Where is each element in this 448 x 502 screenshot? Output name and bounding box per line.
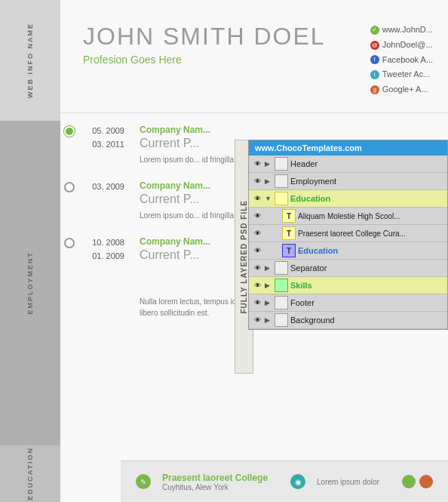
job-end-3: 01. 2009	[83, 250, 124, 263]
job-start-3: 10. 2008	[83, 236, 124, 250]
sidebar-employment-label: EMPLOYMENT	[26, 251, 34, 315]
header-area: JOHN SMITH DOEL Profesion Goes Here ✓ ww…	[60, 0, 448, 113]
bottom-icon-1: ✎	[136, 474, 151, 489]
eye-icon-header[interactable]: 👁	[252, 159, 262, 169]
layer-row-education-text[interactable]: 👁 T Education	[249, 242, 447, 260]
company-name-1: Company Nam...	[140, 125, 433, 135]
contact-google: g Google+ A...	[370, 82, 433, 97]
profession: Profesion Goes Here	[83, 54, 326, 66]
bottom-dots	[402, 475, 433, 488]
contact-website: ✓ www.JohnD...	[370, 23, 433, 38]
twitter-icon: t	[370, 70, 379, 79]
arrow-education-folder[interactable]: ▼	[265, 195, 272, 202]
arrow-employment[interactable]: ▶	[265, 177, 272, 185]
eye-icon-separator[interactable]: 👁	[252, 263, 262, 273]
eye-icon-education-folder[interactable]: 👁	[252, 193, 262, 204]
thumb-text2: T	[282, 226, 296, 240]
arrow-footer[interactable]: ▶	[265, 299, 272, 306]
facebook-text: Facebook A...	[382, 53, 433, 68]
job-start-1: 05. 2009	[83, 125, 124, 138]
google-text: Google+ A...	[382, 82, 428, 97]
layer-name-text2: Praesent laoreet College Cura...	[298, 229, 444, 238]
thumb-footer	[275, 296, 288, 310]
job-dates-3: 10. 2008 01. 2009	[83, 236, 124, 266]
bottom-college-info: Praesent laoreet College Cuyhitus, Alew …	[162, 473, 268, 491]
thumb-employment	[275, 174, 288, 188]
college-location: Cuyhitus, Alew York	[162, 483, 268, 491]
layer-name-footer: Footer	[290, 298, 444, 307]
layer-row-separator[interactable]: 👁 ▶ Separator	[249, 260, 447, 277]
sidebar-education-section: EDUCATION	[0, 445, 60, 502]
timeline-dot-2	[64, 182, 75, 192]
layer-row-employment[interactable]: 👁 ▶ Employment	[249, 173, 447, 190]
sidebar-name-section: NAME WEB INFO	[0, 0, 60, 121]
layer-name-separator: Separator	[290, 263, 444, 273]
job-dates-1: 05. 2009 03. 2011	[83, 125, 124, 165]
layer-name-education-text: Education	[298, 246, 444, 255]
layer-row-text2[interactable]: 👁 T Praesent laoreet College Cura...	[249, 225, 447, 242]
layers-panel[interactable]: www.ChocoTemplates.com 👁 ▶ Header 👁 ▶ Em…	[248, 140, 448, 330]
thumb-separator	[275, 261, 288, 275]
arrow-background[interactable]: ▶	[265, 316, 272, 324]
layers-title: www.ChocoTemplates.com	[255, 143, 362, 152]
eye-icon-skills[interactable]: 👁	[252, 280, 262, 291]
contact-email: @ JohnDoel@...	[370, 38, 433, 53]
email-icon: @	[370, 41, 379, 50]
google-icon: g	[370, 85, 379, 94]
layer-name-education-folder: Education	[290, 194, 444, 203]
job-start-2: 03. 2009	[83, 180, 124, 194]
sidebar-employment-section: EMPLOYMENT	[0, 121, 60, 445]
arrow-separator[interactable]: ▶	[265, 264, 272, 272]
contact-twitter: t Tweeter Ac...	[370, 67, 433, 82]
resume-container: NAME WEB INFO EMPLOYMENT EDUCATION JOHN …	[0, 0, 448, 502]
arrow-header[interactable]: ▶	[265, 160, 272, 168]
layer-row-skills[interactable]: 👁 ▶ Skills	[249, 277, 447, 294]
twitter-text: Tweeter Ac...	[382, 67, 431, 82]
bottom-bar: ✎ Praesent laoreet College Cuyhitus, Ale…	[121, 460, 448, 502]
college-name: Praesent laoreet College	[162, 473, 268, 483]
layer-row-background[interactable]: 👁 ▶ Background	[249, 312, 447, 329]
job-end-1: 03. 2011	[83, 138, 124, 152]
contact-facebook: f Facebook A...	[370, 53, 433, 68]
eye-icon-footer[interactable]: 👁	[252, 297, 262, 308]
thumb-text1: T	[282, 209, 296, 223]
thumb-header	[275, 157, 288, 171]
thumb-education-folder	[275, 192, 288, 205]
layers-title-bar: www.ChocoTemplates.com	[249, 140, 447, 156]
sidebar-webinfo-label: WEB INFO	[26, 52, 34, 98]
timeline-dot-1	[64, 126, 75, 137]
job-dates-2: 03. 2009	[83, 180, 124, 221]
facebook-icon: f	[370, 55, 379, 64]
thumb-skills	[275, 279, 288, 292]
sidebar-education-label: EDUCATION	[26, 447, 34, 500]
bottom-lorem: Lorem ipsum dolor	[317, 478, 379, 486]
eye-icon-text2[interactable]: 👁	[252, 228, 262, 239]
email-text: JohnDoel@...	[382, 38, 433, 53]
full-name: JOHN SMITH DOEL	[83, 23, 326, 51]
bottom-icon-2: ◉	[290, 474, 305, 489]
layer-row-text1[interactable]: 👁 T Aliquam Molestie High Scool...	[249, 208, 447, 225]
eye-icon-text1[interactable]: 👁	[252, 211, 262, 221]
thumb-background	[275, 313, 288, 327]
psd-label-text: FULLY LAYERED PSD FILE	[240, 200, 248, 314]
contact-info: ✓ www.JohnD... @ JohnDoel@... f Facebook…	[370, 23, 433, 97]
bottom-dot-orange	[419, 475, 433, 488]
sidebar-name-label: NAME	[26, 23, 34, 49]
eye-icon-background[interactable]: 👁	[252, 315, 262, 325]
timeline-dot-3	[64, 238, 75, 248]
website-icon: ✓	[370, 26, 379, 35]
thumb-education-text: T	[282, 244, 296, 257]
eye-icon-education-text[interactable]: 👁	[252, 245, 262, 256]
eye-icon-employment[interactable]: 👁	[252, 176, 262, 186]
layer-name-header: Header	[290, 159, 444, 168]
layer-name-background: Background	[290, 316, 444, 325]
layer-name-text1: Aliquam Molestie High Scool...	[298, 212, 444, 220]
layer-name-employment: Employment	[290, 177, 444, 186]
layer-row-footer[interactable]: 👁 ▶ Footer	[249, 294, 447, 312]
arrow-skills[interactable]: ▶	[265, 282, 272, 289]
name-block: JOHN SMITH DOEL Profesion Goes Here	[83, 23, 326, 66]
bottom-dot-green	[402, 475, 416, 488]
layer-row-header[interactable]: 👁 ▶ Header	[249, 156, 447, 173]
website-text: www.JohnD...	[382, 23, 433, 38]
layer-row-education-folder[interactable]: 👁 ▼ Education	[249, 190, 447, 208]
